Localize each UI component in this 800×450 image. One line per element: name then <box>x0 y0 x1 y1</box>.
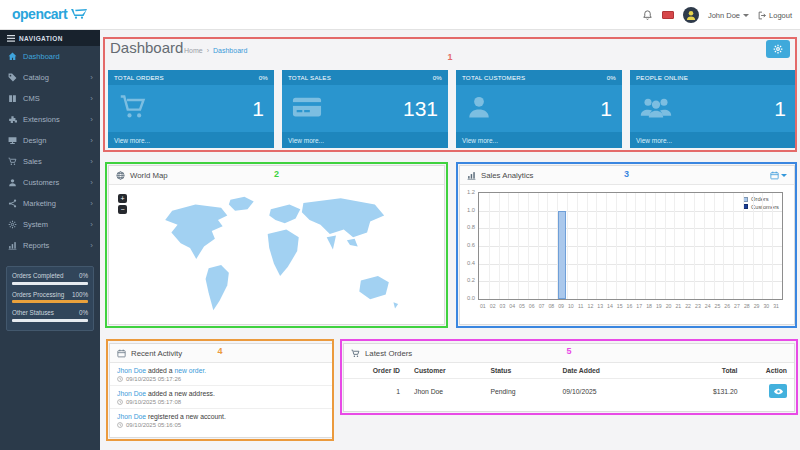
puzzle-icon <box>7 115 18 124</box>
progress-bar <box>12 282 88 285</box>
view-order-button[interactable] <box>769 384 787 398</box>
sidebar-item-label: Extensions <box>23 115 60 124</box>
breadcrumb-home[interactable]: Home <box>184 47 203 54</box>
sidebar-item-label: Reports <box>23 241 49 250</box>
sidebar-item-customers[interactable]: Customers › <box>0 172 100 193</box>
chevron-right-icon: › <box>90 221 93 229</box>
eye-icon <box>774 388 783 395</box>
credit-card-icon <box>292 95 322 123</box>
tile-percent: 0% <box>607 74 616 81</box>
sidebar-item-cms[interactable]: CMS › <box>0 88 100 109</box>
activity-user-link[interactable]: Jhon Doe <box>117 367 146 374</box>
sidebar-item-design[interactable]: Design › <box>0 130 100 151</box>
tile-value: 131 <box>403 97 438 121</box>
clock-icon <box>117 422 123 428</box>
sidebar-item-label: CMS <box>23 94 40 103</box>
world-map-panel: World Map + − <box>108 165 445 325</box>
cart-icon <box>118 93 148 125</box>
chart-plot[interactable]: OrdersCustomers <box>478 192 783 300</box>
breadcrumb-separator: › <box>207 47 209 54</box>
sidebar-item-marketing[interactable]: Marketing › <box>0 193 100 214</box>
stat-label: Orders Processing <box>12 291 64 298</box>
legend-swatch <box>743 197 748 202</box>
tile-people-online: PEOPLE ONLINE 1 View more... <box>630 70 796 148</box>
order-row: 1 Jhon Doe Pending 09/10/2025 $131.20 <box>344 379 794 404</box>
progress-bar <box>12 319 88 322</box>
dashboard-settings-button[interactable] <box>766 40 790 58</box>
activity-object-link[interactable]: new order. <box>174 367 206 374</box>
logout-button[interactable]: Logout <box>758 11 792 20</box>
panel-title: Recent Activity <box>131 349 182 358</box>
sidebar-item-extensions[interactable]: Extensions › <box>0 109 100 130</box>
calendar-icon <box>117 349 126 358</box>
top-bar: opencart John Doe <box>0 0 800 30</box>
sidebar-item-dashboard[interactable]: Dashboard <box>0 46 100 67</box>
activity-text: registered a new account. <box>146 413 226 420</box>
panel-title: Sales Analytics <box>481 171 533 180</box>
column-header-total: Total <box>664 363 745 379</box>
chart-y-axis: 0.00.20.40.60.81.01.2 <box>463 192 478 300</box>
chevron-right-icon: › <box>90 74 93 82</box>
tile-title: TOTAL ORDERS <box>114 74 164 81</box>
view-more-link[interactable]: View more... <box>456 132 622 148</box>
user-name-label: John Doe <box>708 11 740 20</box>
sidebar-item-label: Marketing <box>23 199 56 208</box>
column-header-status: Status <box>484 363 556 379</box>
stat-other-statuses: Other Statuses 0% <box>12 309 88 322</box>
tile-value: 1 <box>252 97 264 121</box>
calendar-icon <box>770 171 779 180</box>
recent-activity-panel: Recent Activity Jhon Doe added a new ord… <box>109 343 333 438</box>
user-menu[interactable]: John Doe <box>708 11 749 20</box>
sidebar-item-label: Sales <box>23 157 42 166</box>
sidebar-item-label: Customers <box>23 178 59 187</box>
stat-value: 0% <box>79 309 88 316</box>
panel-title: World Map <box>130 171 168 180</box>
chevron-right-icon: › <box>90 116 93 124</box>
user-avatar[interactable] <box>683 7 699 23</box>
chevron-right-icon: › <box>90 242 93 250</box>
sidebar-item-system[interactable]: System › <box>0 214 100 235</box>
sidebar-item-sales[interactable]: Sales › <box>0 151 100 172</box>
user-icon <box>466 93 492 125</box>
tile-title: TOTAL SALES <box>288 74 331 81</box>
chevron-right-icon: › <box>90 95 93 103</box>
view-more-link[interactable]: View more... <box>630 132 796 148</box>
chevron-right-icon: › <box>90 137 93 145</box>
activity-user-link[interactable]: Jhon Doe <box>117 413 146 420</box>
world-map-image[interactable] <box>127 189 427 321</box>
activity-user-link[interactable]: Jhon Doe <box>117 390 146 397</box>
legend-label: Customers <box>751 204 779 210</box>
share-icon <box>7 199 18 208</box>
sidebar-nav-header: NAVIGATION <box>0 30 100 46</box>
home-icon <box>7 52 18 61</box>
tile-value: 1 <box>600 97 612 121</box>
sidebar: NAVIGATION Dashboard Catalog › CMS › Ext… <box>0 30 100 450</box>
tile-total-sales: TOTAL SALES 0% 131 View more... <box>282 70 448 148</box>
gear-icon <box>7 220 18 229</box>
monitor-icon <box>7 136 18 145</box>
activity-item: Jhon Doe added a new order. 09/10/2025 0… <box>110 363 332 386</box>
stat-orders-processing: Orders Processing 100% <box>12 291 88 304</box>
bar-chart-icon <box>7 241 18 250</box>
activity-timestamp: 09/10/2025 05:17:26 <box>126 376 181 382</box>
breadcrumb-current[interactable]: Dashboard <box>213 47 247 54</box>
sidebar-item-reports[interactable]: Reports › <box>0 235 100 256</box>
view-more-link[interactable]: View more... <box>282 132 448 148</box>
chevron-right-icon: › <box>90 179 93 187</box>
hamburger-menu-icon <box>7 35 15 42</box>
tile-percent: 0% <box>433 74 442 81</box>
tile-percent: 0% <box>259 74 268 81</box>
column-header-action: Action <box>745 363 795 379</box>
calendar-dropdown-button[interactable] <box>770 171 787 180</box>
main-content: Dashboard Home › Dashboard TOTAL ORDERS … <box>100 30 800 450</box>
book-icon <box>7 94 18 103</box>
notifications-bell-icon[interactable] <box>642 9 653 21</box>
view-more-link[interactable]: View more... <box>108 132 274 148</box>
caret-down-icon <box>781 174 787 177</box>
map-zoom-out-button[interactable]: − <box>118 205 127 214</box>
sidebar-item-catalog[interactable]: Catalog › <box>0 67 100 88</box>
stat-label: Orders Completed <box>12 272 63 279</box>
activity-text: added a <box>146 367 174 374</box>
map-zoom-in-button[interactable]: + <box>118 194 127 203</box>
store-flag-icon[interactable] <box>662 11 674 19</box>
